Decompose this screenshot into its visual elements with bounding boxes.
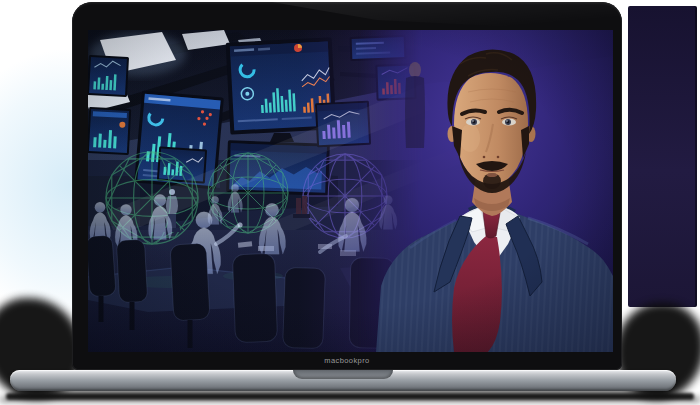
screen-scene (88, 30, 613, 352)
lid-glare (272, 2, 622, 32)
laptop-shadow-strip-soft (0, 397, 700, 402)
vignette (88, 30, 613, 352)
mockup-stage: macbookpro (0, 0, 700, 405)
laptop-lid: macbookpro (72, 2, 622, 370)
base-notch (293, 370, 393, 379)
backdrop-panel (628, 6, 697, 307)
brand-label: macbookpro (72, 356, 622, 365)
laptop-screen (88, 30, 613, 352)
laptop-base (10, 370, 676, 391)
